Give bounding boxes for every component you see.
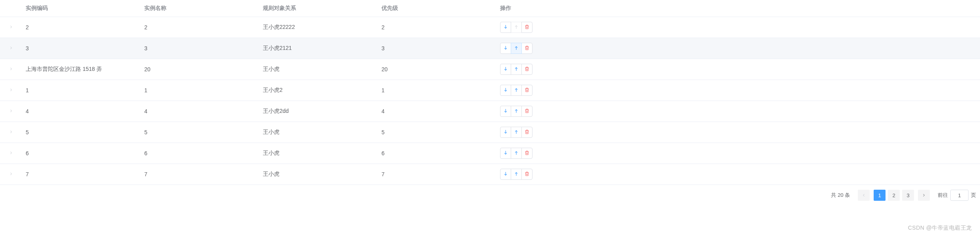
arrow-down-icon xyxy=(503,171,508,178)
header-name: 实例名称 xyxy=(140,0,259,17)
move-up-button[interactable] xyxy=(511,64,522,75)
chevron-left-icon xyxy=(861,193,866,198)
delete-button[interactable] xyxy=(521,127,532,138)
page-number-button[interactable]: 2 xyxy=(888,190,900,201)
expand-toggle-icon[interactable] xyxy=(9,46,13,50)
move-up-button[interactable] xyxy=(511,43,522,54)
cell-relation: 王小虎2dd xyxy=(259,101,378,122)
delete-button[interactable] xyxy=(521,106,532,117)
expand-toggle-icon[interactable] xyxy=(9,67,13,71)
jump-prefix-label: 前往 xyxy=(938,192,948,199)
chevron-right-icon xyxy=(921,193,926,198)
delete-button[interactable] xyxy=(521,64,532,75)
table-row: 33王小虎21213 xyxy=(0,38,980,59)
cell-relation: 王小虎 xyxy=(259,143,378,164)
cell-ops xyxy=(496,122,980,143)
move-down-button[interactable] xyxy=(500,43,511,54)
page-next-button[interactable] xyxy=(918,190,930,201)
cell-ops xyxy=(496,38,980,59)
move-down-button[interactable] xyxy=(500,22,511,33)
cell-priority: 3 xyxy=(378,38,496,59)
move-up-button[interactable] xyxy=(511,169,522,180)
pagination-total: 共 20 条 xyxy=(831,192,850,199)
table-row: 11王小虎21 xyxy=(0,80,980,101)
cell-ops xyxy=(496,164,980,185)
cell-ops xyxy=(496,59,980,80)
arrow-up-icon xyxy=(514,108,519,115)
cell-ops xyxy=(496,80,980,101)
cell-ops xyxy=(496,17,980,38)
trash-icon xyxy=(524,150,530,157)
page-number-button[interactable]: 1 xyxy=(874,190,886,201)
move-down-button[interactable] xyxy=(500,148,511,159)
trash-icon xyxy=(524,66,530,73)
delete-button[interactable] xyxy=(521,43,532,54)
cell-code: 3 xyxy=(22,38,140,59)
cell-name: 7 xyxy=(140,164,259,185)
cell-ops xyxy=(496,143,980,164)
trash-icon xyxy=(524,129,530,136)
table-row: 77王小虎7 xyxy=(0,164,980,185)
cell-relation: 王小虎 xyxy=(259,164,378,185)
cell-priority: 7 xyxy=(378,164,496,185)
page-prev-button[interactable] xyxy=(858,190,870,201)
arrow-up-icon xyxy=(514,24,519,31)
expand-toggle-icon[interactable] xyxy=(9,25,13,29)
delete-button[interactable] xyxy=(521,148,532,159)
arrow-down-icon xyxy=(503,45,508,52)
trash-icon xyxy=(524,108,530,115)
trash-icon xyxy=(524,171,530,178)
header-priority: 优先级 xyxy=(378,0,496,17)
arrow-up-icon xyxy=(514,150,519,157)
cell-code: 6 xyxy=(22,143,140,164)
header-relation: 规则对象关系 xyxy=(259,0,378,17)
delete-button[interactable] xyxy=(521,22,532,33)
move-up-button[interactable] xyxy=(511,148,522,159)
page-number-button[interactable]: 3 xyxy=(902,190,914,201)
arrow-up-icon xyxy=(514,66,519,73)
jump-page-input[interactable] xyxy=(950,190,969,201)
expand-toggle-icon[interactable] xyxy=(9,109,13,113)
move-down-button[interactable] xyxy=(500,106,511,117)
arrow-down-icon xyxy=(503,87,508,94)
cell-code: 1 xyxy=(22,80,140,101)
arrow-up-icon xyxy=(514,171,519,178)
arrow-down-icon xyxy=(503,129,508,136)
table-row: 上海市普陀区金沙江路 1518 弄20王小虎20 xyxy=(0,59,980,80)
table-row: 55王小虎5 xyxy=(0,122,980,143)
move-up-button[interactable] xyxy=(511,22,522,33)
move-down-button[interactable] xyxy=(500,169,511,180)
pagination-jump: 前往 页 xyxy=(938,190,976,201)
cell-priority: 6 xyxy=(378,143,496,164)
move-up-button[interactable] xyxy=(511,85,522,96)
cell-name: 2 xyxy=(140,17,259,38)
cell-code: 4 xyxy=(22,101,140,122)
trash-icon xyxy=(524,45,530,52)
trash-icon xyxy=(524,24,530,31)
delete-button[interactable] xyxy=(521,85,532,96)
expand-toggle-icon[interactable] xyxy=(9,129,13,134)
cell-relation: 王小虎 xyxy=(259,122,378,143)
move-up-button[interactable] xyxy=(511,127,522,138)
arrow-down-icon xyxy=(503,108,508,115)
table-row: 22王小虎222222 xyxy=(0,17,980,38)
cell-code: 7 xyxy=(22,164,140,185)
move-up-button[interactable] xyxy=(511,106,522,117)
delete-button[interactable] xyxy=(521,169,532,180)
cell-ops xyxy=(496,101,980,122)
expand-toggle-icon[interactable] xyxy=(9,88,13,92)
expand-toggle-icon[interactable] xyxy=(9,171,13,176)
move-down-button[interactable] xyxy=(500,127,511,138)
table-row: 66王小虎6 xyxy=(0,143,980,164)
cell-name: 20 xyxy=(140,59,259,80)
arrow-up-icon xyxy=(514,129,519,136)
cell-code: 5 xyxy=(22,122,140,143)
move-down-button[interactable] xyxy=(500,64,511,75)
cell-priority: 5 xyxy=(378,122,496,143)
cell-name: 5 xyxy=(140,122,259,143)
arrow-up-icon xyxy=(514,87,519,94)
arrow-down-icon xyxy=(503,66,508,73)
table-header-row: 实例编码 实例名称 规则对象关系 优先级 操作 xyxy=(0,0,980,17)
move-down-button[interactable] xyxy=(500,85,511,96)
expand-toggle-icon[interactable] xyxy=(9,150,13,155)
